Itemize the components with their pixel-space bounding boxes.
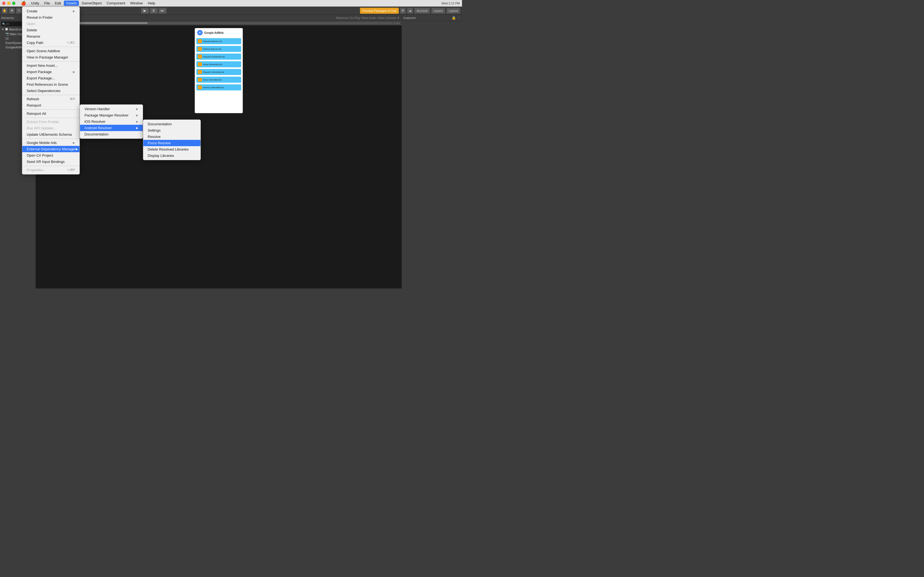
- ctx-sep-5: [22, 118, 79, 118]
- fold-arrow: ▼: [2, 28, 4, 31]
- gizmos-btn[interactable]: Gizmos ▼: [386, 16, 400, 19]
- camera-icon: 📷: [5, 32, 9, 36]
- inspector-menu-icon[interactable]: ⋮: [457, 16, 460, 20]
- layout-button[interactable]: Layout: [446, 8, 460, 14]
- ad-icon-6: 💰: [198, 78, 202, 82]
- ad-button-7[interactable]: 💰 Destroy Interstitial Ad: [196, 84, 241, 90]
- pkg-mgr-arrow: ▶: [136, 114, 138, 117]
- import-pkg-arrow: ▶: [73, 70, 75, 73]
- stats-btn[interactable]: Stats: [378, 16, 385, 19]
- ctx-open-scene[interactable]: Open Scene Additive: [22, 48, 79, 54]
- ext-dep-submenu: Version Handler ▶ Package Manager Resolv…: [80, 105, 143, 139]
- ad-button-1[interactable]: 💰 Request Banner Ad: [196, 38, 241, 44]
- ctx-sep-6: [22, 139, 79, 139]
- menu-unity[interactable]: Unity: [29, 0, 42, 6]
- ctx-google-mobile-ads[interactable]: Google Mobile Ads ▶: [22, 140, 79, 146]
- ctx-ios-resolver[interactable]: iOS Resolver ▶: [80, 118, 143, 125]
- ad-button-6[interactable]: 💰 Show Interstitial Ad: [196, 77, 241, 83]
- menu-component[interactable]: Component: [105, 0, 127, 6]
- ctx-open-cs-project[interactable]: Open C# Project: [22, 152, 79, 158]
- maximize-button[interactable]: [12, 2, 15, 5]
- progress-bar: [37, 22, 393, 24]
- ad-button-4[interactable]: 💰 Show Rewarded Ad: [196, 61, 241, 67]
- mac-system-bar: 🍎 Unity File Edit Assets GameObject Comp…: [0, 0, 462, 6]
- admob-header: G Google AdMob: [195, 28, 242, 37]
- menu-assets[interactable]: Assets: [64, 0, 79, 6]
- close-button[interactable]: [2, 2, 5, 5]
- google-ads-arrow: ▶: [73, 141, 75, 144]
- ctx-create[interactable]: Create ▶: [22, 8, 79, 14]
- ctx-rename[interactable]: Rename: [22, 33, 79, 40]
- ad-btn-text-1: Request Banner Ad: [203, 40, 222, 43]
- ctx-import-pkg[interactable]: Import Package ▶: [22, 69, 79, 75]
- assets-context-menu: Create ▶ Reveal in Finder Open Delete Re…: [22, 6, 80, 174]
- ad-button-5[interactable]: 💰 Request Interstitial Ad: [196, 69, 241, 75]
- search-icon: 🔍: [2, 23, 5, 26]
- ctx-version-handler[interactable]: Version Handler ▶: [80, 106, 143, 112]
- ctx-reveal-finder[interactable]: Reveal in Finder: [22, 14, 79, 21]
- cloud-icon[interactable]: ☁: [407, 8, 413, 14]
- menu-help[interactable]: Help: [145, 0, 157, 6]
- create-arrow-icon: ▶: [73, 10, 75, 13]
- lock-icon[interactable]: 🔒: [452, 16, 456, 20]
- ctx-extract-prefab: Extract From Prefab: [22, 119, 79, 125]
- ctx-update-ui-schema[interactable]: Update UIElements Schema: [22, 131, 79, 138]
- scene-view-area: Asset Store Maximize On Play Mute Audio …: [36, 15, 402, 288]
- ad-button-2[interactable]: 💰 Destroy Banner Ad: [196, 46, 241, 52]
- ctx-reimport[interactable]: Reimport: [22, 102, 79, 108]
- ctx-android-resolver[interactable]: Android Resolver ▶: [80, 125, 143, 131]
- ctx-open: Open: [22, 21, 79, 27]
- ctx-import-new[interactable]: Import New Asset...: [22, 62, 79, 69]
- ios-arrow: ▶: [136, 120, 138, 123]
- menu-edit[interactable]: Edit: [53, 0, 63, 6]
- ctx-select-deps[interactable]: Select Dependencies: [22, 88, 79, 94]
- admob-logo: G: [197, 30, 203, 35]
- ctx-settings[interactable]: Settings: [143, 127, 200, 134]
- ad-icon-7: 💰: [198, 85, 202, 89]
- ctx-resolve[interactable]: Resolve: [143, 134, 200, 140]
- ext-dep-arrow: ▶: [76, 148, 78, 151]
- ctx-display-libraries[interactable]: Display Libraries: [143, 153, 200, 159]
- ctx-find-refs[interactable]: Find References In Scene: [22, 81, 79, 88]
- play-button[interactable]: ▶: [141, 8, 149, 14]
- inspector-header: Inspector 🔒 ⋮: [402, 15, 462, 21]
- ad-icon-4: 💰: [198, 62, 202, 66]
- ctx-view-pkg-mgr[interactable]: View in Package Manager: [22, 54, 79, 60]
- toolbar-move[interactable]: ✥: [9, 8, 15, 14]
- ctx-delete[interactable]: Delete: [22, 27, 79, 33]
- scene-icon: 🔲: [5, 27, 8, 31]
- zoom-bar: 0.31x: [36, 21, 402, 25]
- settings-icon[interactable]: ⚙: [400, 8, 406, 14]
- ctx-refresh[interactable]: Refresh ⌘R: [22, 96, 79, 102]
- scene-tab-bar: Asset Store Maximize On Play Mute Audio …: [36, 15, 402, 21]
- ctx-seed-xr[interactable]: Seed XR Input Bindings: [22, 158, 79, 165]
- pause-button[interactable]: ⏸: [150, 8, 158, 14]
- menu-gameobject[interactable]: GameObject: [79, 0, 104, 6]
- maximize-on-play[interactable]: Maximize On Play: [336, 16, 360, 19]
- ad-button-3[interactable]: 💰 Request Rewarded Ad: [196, 53, 241, 60]
- android-resolver-submenu: Documentation Settings Resolve Force Res…: [143, 119, 201, 160]
- ad-btn-text-6: Show Interstitial Ad: [203, 79, 222, 81]
- toolbar-rotate[interactable]: ↻: [16, 8, 22, 14]
- ctx-force-resolve[interactable]: Force Resolve: [143, 140, 200, 146]
- ctx-reimport-all[interactable]: Reimport All: [22, 110, 79, 117]
- menu-apple[interactable]: 🍎: [19, 0, 28, 6]
- ctx-ext-dep-manager[interactable]: External Dependency Manager ▶: [22, 146, 79, 152]
- menu-window[interactable]: Window: [128, 0, 145, 6]
- ctx-export-pkg[interactable]: Export Package...: [22, 75, 79, 81]
- minimize-button[interactable]: [7, 2, 10, 5]
- ctx-ext-documentation[interactable]: Documentation: [80, 131, 143, 137]
- account-button[interactable]: Account: [414, 8, 430, 14]
- mute-audio[interactable]: Mute Audio: [362, 16, 377, 19]
- ctx-pkg-mgr-resolver[interactable]: Package Manager Resolver ▶: [80, 112, 143, 118]
- step-button[interactable]: ⏭: [158, 8, 166, 14]
- ctx-copy-path[interactable]: Copy Path ⌥⌘C: [22, 40, 79, 46]
- ctx-documentation[interactable]: Documentation: [143, 121, 200, 127]
- preview-packages-button[interactable]: Preview Packages in Use: [360, 8, 399, 14]
- ad-icon-1: 💰: [198, 39, 202, 43]
- layers-button[interactable]: Layers: [431, 8, 445, 14]
- ctx-delete-resolved[interactable]: Delete Resolved Libraries: [143, 146, 200, 153]
- ad-btn-text-7: Destroy Interstitial Ad: [203, 86, 224, 89]
- menu-file[interactable]: File: [42, 0, 52, 6]
- toolbar-hand[interactable]: ✋: [2, 8, 8, 14]
